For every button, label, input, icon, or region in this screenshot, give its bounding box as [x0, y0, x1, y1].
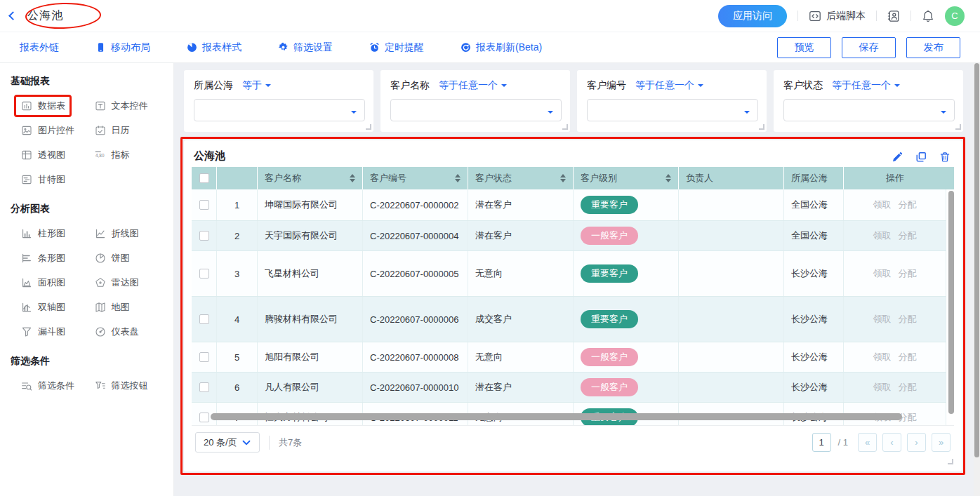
next-page-button[interactable]: › [907, 433, 926, 452]
table-vertical-scrollbar-thumb[interactable] [948, 191, 954, 414]
sidebar-item-radar-chart[interactable]: 雷达图 [95, 276, 139, 289]
claim-link[interactable]: 领取 [873, 199, 892, 211]
resize-handle[interactable] [948, 459, 953, 464]
assign-link[interactable]: 分配 [899, 313, 917, 326]
claim-link[interactable]: 领取 [873, 381, 892, 394]
edit-icon[interactable] [892, 152, 903, 163]
page-title: 公海池 [27, 8, 63, 23]
page-scrollbar[interactable] [974, 63, 980, 496]
column-header-status[interactable]: 客户状态 [468, 167, 574, 189]
assign-link[interactable]: 分配 [899, 267, 917, 280]
sidebar-item-area-chart[interactable]: 面积图 [21, 276, 65, 289]
assign-link[interactable]: 分配 [899, 199, 917, 211]
toolbar-item-label: 筛选设置 [293, 41, 333, 54]
first-page-button[interactable]: « [858, 433, 877, 452]
toolbar-item-mobile-layout[interactable]: 移动布局 [95, 41, 150, 54]
horizontal-scrollbar-thumb[interactable] [211, 413, 902, 420]
prev-page-button[interactable]: ‹ [882, 433, 901, 452]
sidebar-item-pie-chart[interactable]: 饼图 [95, 252, 130, 264]
toolbar-item-report-refresh[interactable]: 报表刷新(Beta) [461, 41, 542, 54]
claim-link[interactable]: 领取 [873, 267, 892, 280]
filter-value-select[interactable] [390, 99, 562, 121]
page-size-select[interactable]: 20 条/页 [195, 432, 260, 453]
sidebar-item-metric[interactable]: 4,80指标 [95, 149, 130, 161]
sidebar-item-pivot-table[interactable]: 透视图 [21, 149, 65, 161]
cell-level: 一般客户 [574, 221, 679, 250]
sidebar-item-filter-condition[interactable]: 筛选条件 [21, 380, 74, 392]
save-button[interactable]: 保存 [842, 37, 896, 58]
sidebar-item-line-chart[interactable]: 折线图 [95, 227, 139, 240]
resize-handle[interactable] [759, 124, 764, 130]
last-page-button[interactable]: » [932, 433, 951, 452]
filter-operator-dropdown[interactable]: 等于 [242, 79, 271, 92]
sort-icon[interactable] [560, 174, 566, 182]
row-checkbox[interactable] [199, 413, 209, 422]
cell-pool: 长沙公海 [784, 251, 844, 296]
backend-script-button[interactable]: 后端脚本 [809, 10, 866, 22]
filter-value-select[interactable] [587, 99, 758, 121]
publish-button[interactable]: 发布 [906, 37, 960, 58]
filter-operator-dropdown[interactable]: 等于任意一个 [832, 79, 900, 92]
sidebar-item-text-widget[interactable]: 文本控件 [95, 100, 148, 112]
delete-icon[interactable] [939, 152, 951, 163]
assign-link[interactable]: 分配 [899, 229, 917, 242]
filter-value-select[interactable] [194, 99, 365, 121]
sidebar-item-map-chart[interactable]: 地图 [95, 301, 130, 314]
sidebar-item-column-chart[interactable]: 柱形图 [21, 227, 65, 240]
resize-handle[interactable] [562, 124, 568, 130]
claim-link[interactable]: 领取 [873, 351, 892, 363]
row-checkbox[interactable] [199, 382, 209, 392]
sort-icon[interactable] [666, 174, 671, 182]
row-checkbox[interactable] [199, 352, 209, 362]
current-page-input[interactable]: 1 [812, 433, 831, 452]
assign-link[interactable]: 分配 [899, 351, 917, 363]
sidebar-item-image-widget[interactable]: 图片控件 [21, 124, 74, 137]
sort-icon[interactable] [455, 174, 461, 182]
select-all-checkbox[interactable] [199, 173, 209, 183]
toolbar-item-report-style[interactable]: 报表样式 [187, 41, 241, 54]
claim-link[interactable]: 领取 [873, 229, 892, 242]
bell-icon[interactable] [922, 10, 934, 22]
row-checkbox[interactable] [199, 200, 209, 210]
sidebar-item-funnel-chart[interactable]: 漏斗图 [21, 326, 65, 338]
avatar[interactable]: C [945, 6, 965, 26]
preview-button[interactable]: 预览 [777, 37, 831, 58]
copy-icon[interactable] [915, 152, 927, 163]
column-header-level[interactable]: 客户级别 [574, 167, 679, 189]
app-access-button[interactable]: 应用访问 [718, 5, 787, 27]
resize-handle[interactable] [366, 124, 371, 130]
data-table-icon [21, 100, 32, 112]
sort-icon[interactable] [350, 174, 355, 182]
assign-link[interactable]: 分配 [899, 381, 917, 394]
column-header-name[interactable]: 客户名称 [258, 167, 363, 189]
filter-operator-dropdown[interactable]: 等于任意一个 [439, 79, 507, 92]
sidebar-item-data-table[interactable]: 数据表 [21, 100, 65, 112]
back-icon[interactable] [8, 11, 18, 20]
sidebar-item-filter-button[interactable]: 筛选按钮 [95, 380, 148, 392]
sidebar-section-title: 基础报表 [11, 75, 173, 88]
sidebar-item-gauge-chart[interactable]: 仪表盘 [95, 326, 139, 338]
resize-handle[interactable] [955, 124, 961, 130]
page-scrollbar-thumb[interactable] [974, 63, 979, 457]
contacts-icon[interactable] [887, 10, 900, 22]
table-vertical-scrollbar[interactable] [948, 189, 954, 425]
sidebar-item-dual-axis-chart[interactable]: 双轴图 [21, 301, 65, 314]
sidebar-item-label: 文本控件 [112, 100, 148, 112]
row-checkbox[interactable] [199, 269, 209, 279]
toolbar-item-filter-settings[interactable]: 筛选设置 [278, 41, 333, 54]
filter-operator-dropdown[interactable]: 等于任意一个 [635, 79, 703, 92]
data-table-widget[interactable]: 公海池 客户名称客户编号客户状态客户级别负责人所属公海操作 1坤曜国际有限公司C… [184, 140, 962, 471]
row-checkbox[interactable] [199, 231, 209, 241]
sidebar-item-calendar[interactable]: 日历 [95, 124, 130, 137]
toolbar-item-timed-reminder[interactable]: 定时提醒 [369, 41, 424, 54]
column-header-code[interactable]: 客户编号 [363, 167, 468, 189]
sidebar-item-bar-chart[interactable]: 条形图 [21, 252, 65, 264]
page-total: / 1 [838, 437, 848, 448]
cell-index: 1 [217, 189, 258, 220]
sidebar-item-gantt[interactable]: 甘特图 [21, 173, 65, 186]
claim-link[interactable]: 领取 [873, 313, 892, 326]
filter-value-select[interactable] [783, 99, 955, 121]
table-row: 6凡人有限公司C-20220607-0000010潜在客户一般客户长沙公海领取分… [192, 373, 946, 403]
toolbar-item-report-link[interactable]: 报表外链 [20, 41, 59, 54]
row-checkbox[interactable] [199, 314, 209, 324]
